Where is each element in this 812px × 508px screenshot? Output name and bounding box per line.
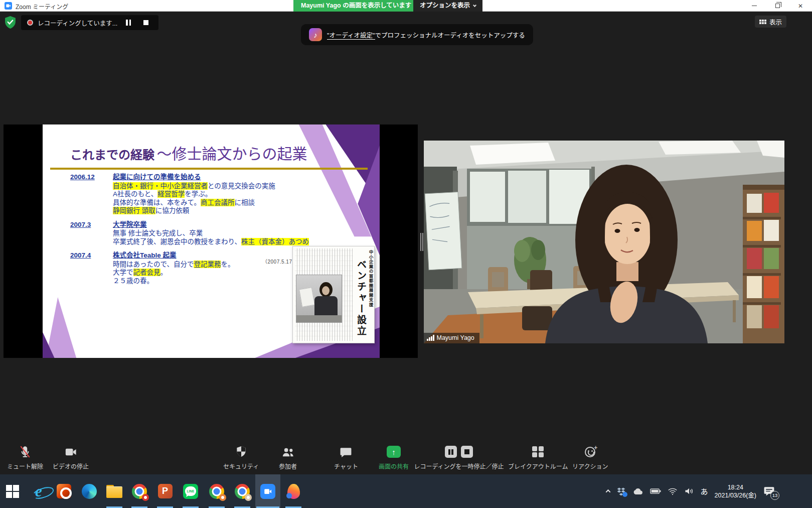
clock-time: 18:24 xyxy=(715,483,756,491)
view-layout-label: 表示 xyxy=(769,17,782,27)
chat-label: チャット xyxy=(334,462,358,470)
taskbar-line[interactable]: LINE xyxy=(178,474,203,508)
start-button[interactable] xyxy=(0,474,25,508)
share-screen-icon: ↑ xyxy=(387,446,401,458)
onedrive-icon[interactable] xyxy=(632,487,643,495)
taskbar-clock[interactable]: 18:24 2021/03/26(金) xyxy=(715,483,756,499)
chrome-recording-badge xyxy=(142,494,149,501)
internet-explorer-icon: e xyxy=(35,484,42,499)
speaker-icon[interactable] xyxy=(684,487,694,495)
taskbar-zoom-active[interactable] xyxy=(255,474,280,508)
stop-video-button[interactable]: ビデオの停止 xyxy=(53,445,89,470)
share-screen-button[interactable]: ↑ 画面の共有 xyxy=(379,445,409,470)
gallery-grid-icon xyxy=(759,20,766,24)
ime-indicator[interactable]: あ xyxy=(701,486,708,496)
music-note-icon: ♪ xyxy=(309,28,322,41)
notification-count-badge: 13 xyxy=(770,491,779,500)
recording-stop-button[interactable] xyxy=(139,17,152,28)
show-options-label: オプションを表示 xyxy=(420,0,470,12)
recording-controls-label: レコーディングを一時停止／停止 xyxy=(414,462,504,470)
entry-line: A社長のもと、経営哲学を学ぶ。 xyxy=(113,190,275,199)
restore-icon xyxy=(775,4,780,8)
slide-entry: 2007.3大学院卒業無事 修士論文も完成し、卒業卒業式終了後、謝恩会中の教授を… xyxy=(70,221,351,246)
dropbox-icon[interactable] xyxy=(616,486,626,496)
entry-date: 2007.3 xyxy=(70,221,113,246)
recording-pause-button[interactable] xyxy=(122,17,135,28)
taskbar-chrome-profile-1[interactable] xyxy=(204,474,229,508)
screen-share-banner: Mayumi Yago の画面を表示しています xyxy=(293,0,419,12)
security-button[interactable]: セキュリティ xyxy=(223,445,259,470)
mic-muted-icon xyxy=(19,445,32,459)
breakout-rooms-label: ブレイクアウトルーム xyxy=(508,462,568,470)
entry-line: 無事 修士論文も完成し、卒業 xyxy=(113,229,309,238)
slide-title-lead: これまでの経験 xyxy=(70,148,154,162)
entry-line: 卒業式終了後、謝恩会中の教授をまわり、株主（資本金）あつめ xyxy=(113,238,309,246)
newspaper-photo-desk xyxy=(296,315,342,322)
panel-resize-handle[interactable] xyxy=(419,233,424,251)
tray-overflow-chevron[interactable] xyxy=(605,489,610,494)
file-explorer-icon xyxy=(106,485,122,497)
presentation-slide: これまでの経験 ～修士論文からの起業 2006.12起業に向けての準備を始める自… xyxy=(43,124,380,358)
participant-name-tag: Mayumi Yago xyxy=(424,333,479,343)
newspaper-photo-paper xyxy=(299,287,315,307)
minimize-button[interactable] xyxy=(743,0,766,12)
recording-status-text: レコーディングしています... xyxy=(38,18,117,28)
chat-button[interactable]: チャット xyxy=(334,445,358,470)
restore-button[interactable] xyxy=(766,0,789,12)
shared-screen-panel: これまでの経験 ～修士論文からの起業 2006.12起業に向けての準備を始める自… xyxy=(4,124,418,358)
entry-line: 自治体・銀行・中小企業経営者との意見交換会の実施 xyxy=(113,182,275,191)
entry-line: 時間はあったので、自分で登記業務を。 xyxy=(113,261,234,269)
chrome-profile-badge xyxy=(219,494,226,501)
taskbar-office[interactable] xyxy=(51,474,76,508)
taskbar-chrome-profile-2[interactable] xyxy=(230,474,255,508)
participant-video[interactable]: Mayumi Yago xyxy=(424,141,784,343)
slide-entry: 2006.12起業に向けての準備を始める自治体・銀行・中小企業経営者との意見交換… xyxy=(70,173,351,215)
zoom-app-icon xyxy=(5,2,12,10)
smiley-plus-icon: + xyxy=(585,447,595,457)
taskbar-chrome[interactable] xyxy=(127,474,152,508)
windows-logo-icon xyxy=(6,485,19,498)
recording-controls[interactable]: レコーディングを一時停止／停止 xyxy=(424,445,494,470)
breakout-rooms-button[interactable]: ブレイクアウトルーム xyxy=(508,445,568,470)
entry-title: 株式会社Teable 起業 xyxy=(113,251,234,260)
entry-line: 大学で記者会見。 xyxy=(113,269,234,277)
battery-icon[interactable] xyxy=(650,487,661,495)
taskbar-powerpoint[interactable]: P xyxy=(152,474,178,508)
video-camera-icon xyxy=(64,445,78,459)
breakout-grid-icon xyxy=(532,446,544,458)
participants-label: 参加者 xyxy=(279,462,297,470)
audio-settings-link[interactable]: "オーディオ設定" xyxy=(327,32,375,40)
minimize-icon xyxy=(752,6,757,6)
entry-body: 起業に向けての準備を始める自治体・銀行・中小企業経営者との意見交換会の実施A社長… xyxy=(113,173,275,215)
wifi-icon[interactable] xyxy=(668,487,678,495)
view-layout-button[interactable]: 表示 xyxy=(755,16,786,28)
stop-recording-icon[interactable] xyxy=(461,446,473,458)
show-options-button[interactable]: オプションを表示 xyxy=(413,0,482,12)
newspaper-photo xyxy=(296,275,342,323)
taskbar-paint-3d[interactable] xyxy=(281,474,306,508)
action-center-icon[interactable]: 13 xyxy=(763,485,776,498)
entry-body: 大学院卒業無事 修士論文も完成し、卒業卒業式終了後、謝恩会中の教授をまわり、株主… xyxy=(113,221,309,246)
slide-title-rule xyxy=(50,168,368,170)
pause-recording-icon[interactable] xyxy=(445,446,457,458)
reactions-button[interactable]: + リアクション xyxy=(572,445,608,470)
edge-icon xyxy=(82,484,97,499)
windows-taskbar: e P LINE あ 18:24 2021/03/26(金) xyxy=(0,474,812,508)
taskbar-internet-explorer[interactable]: e xyxy=(26,474,51,508)
entry-line: 静岡銀行 頭取に協力依頼 xyxy=(113,207,275,215)
zoom-meeting-window: Zoom ミーティング ✕ Mayumi Yago の画面を表示しています オプ… xyxy=(0,0,812,508)
unmute-button[interactable]: ミュート解除 xyxy=(7,445,43,470)
participants-button[interactable]: 参加者 xyxy=(279,445,297,470)
entry-line: ２５歳の春。 xyxy=(113,277,234,286)
paint-3d-icon xyxy=(287,484,300,499)
taskbar-edge[interactable] xyxy=(77,474,102,508)
participants-icon xyxy=(281,445,295,459)
taskbar-file-explorer[interactable] xyxy=(102,474,127,508)
close-icon: ✕ xyxy=(798,3,803,10)
close-button[interactable]: ✕ xyxy=(789,0,812,12)
stop-video-label: ビデオの停止 xyxy=(53,462,89,470)
entry-date: 2006.12 xyxy=(70,173,113,215)
signal-strength-icon xyxy=(427,335,434,341)
security-label: セキュリティ xyxy=(223,462,259,470)
line-icon: LINE xyxy=(183,484,198,499)
